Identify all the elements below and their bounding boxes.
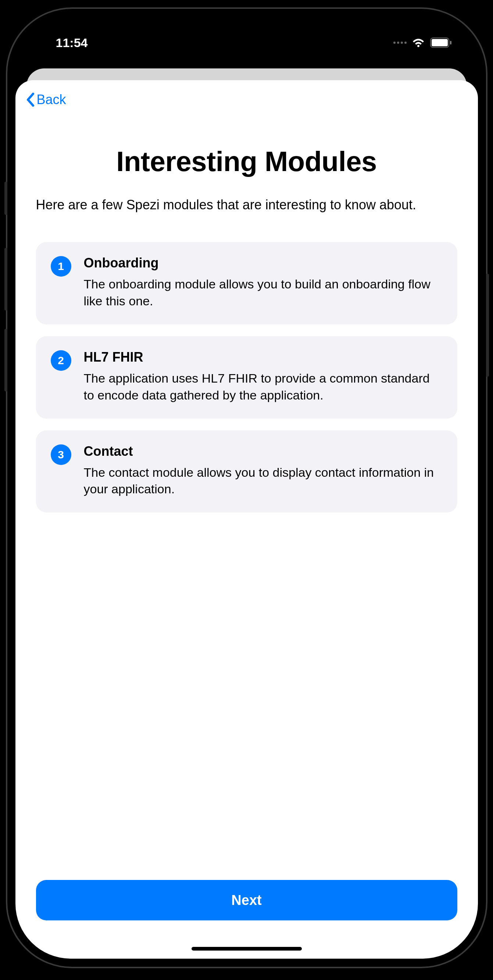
module-text: Contact The contact module allows you to… [84,444,442,498]
home-indicator[interactable] [192,947,302,951]
svg-rect-2 [450,41,452,45]
next-button[interactable]: Next [36,880,457,920]
nav-bar: Back [16,80,478,108]
status-dots-icon [393,41,407,44]
battery-icon [430,38,452,48]
step-badge: 2 [51,350,71,371]
power-button [486,274,489,377]
wifi-icon [412,38,425,48]
module-description: The onboarding module allows you to buil… [84,276,442,310]
volume-down-button [5,329,7,391]
back-label: Back [37,92,66,107]
screen: 11:54 Back [16,17,478,959]
onboarding-sheet: Back Interesting Modules Here are a few … [16,80,478,959]
volume-up-button [5,248,7,310]
chevron-left-icon [26,92,35,107]
module-description: The contact module allows you to display… [84,464,442,498]
step-badge: 3 [51,444,71,465]
side-button [5,182,7,215]
page-title: Interesting Modules [36,145,457,177]
module-text: Onboarding The onboarding module allows … [84,255,442,310]
status-time: 11:54 [56,36,88,50]
page-subtitle: Here are a few Spezi modules that are in… [36,197,457,213]
module-list: 1 Onboarding The onboarding module allow… [36,242,457,512]
module-text: HL7 FHIR The application uses HL7 FHIR t… [84,350,442,404]
module-card-hl7-fhir: 2 HL7 FHIR The application uses HL7 FHIR… [36,336,457,418]
device-frame: 11:54 Back [6,7,487,968]
content: Interesting Modules Here are a few Spezi… [16,108,478,880]
module-title: HL7 FHIR [84,350,442,365]
module-title: Onboarding [84,255,442,271]
back-button[interactable]: Back [26,92,66,107]
modal-stack: Back Interesting Modules Here are a few … [16,68,478,959]
svg-rect-1 [431,39,448,46]
module-description: The application uses HL7 FHIR to provide… [84,370,442,404]
module-title: Contact [84,444,442,459]
status-right [393,38,452,48]
module-card-onboarding: 1 Onboarding The onboarding module allow… [36,242,457,325]
status-bar: 11:54 [16,17,478,68]
module-card-contact: 3 Contact The contact module allows you … [36,430,457,513]
step-badge: 1 [51,256,71,277]
